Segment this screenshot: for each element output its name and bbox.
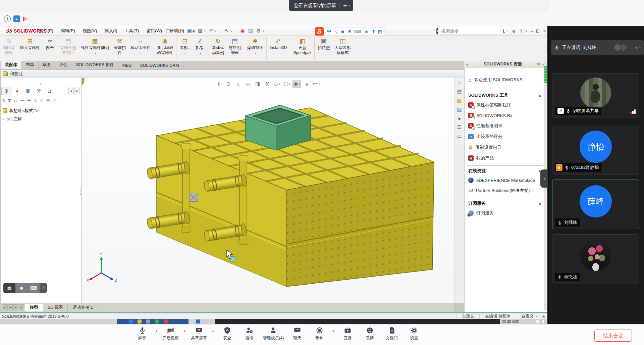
chat-button[interactable]: 聊天: [288, 325, 306, 341]
save-icon[interactable]: ▣: [186, 27, 193, 35]
show-hidden-components-button[interactable]: ◉ 显示隐藏 的零部件: [155, 36, 175, 61]
ime-emoji-icon[interactable]: ☻: [340, 29, 345, 34]
taskpane-home-icon[interactable]: ⌂: [458, 80, 461, 85]
select-icon[interactable]: ↖: [223, 27, 230, 35]
filter-icon[interactable]: ⊕: [1, 98, 5, 103]
reference-geometry-button[interactable]: ∠ 参考.. ▾: [193, 36, 208, 61]
participant-tile-liuxuefeng[interactable]: 薛峰 刘薛峰: [552, 180, 639, 229]
displaymanager-tab-icon[interactable]: ⊔: [44, 87, 54, 95]
solidworks-rx-link[interactable]: Sx SOLIDWORKS Rx: [467, 110, 543, 120]
emoji-button[interactable]: 表情: [361, 325, 379, 341]
open-doc-icon[interactable]: ▤: [175, 27, 182, 35]
file-explorer-icon[interactable]: ▧: [457, 97, 462, 103]
measure-icon[interactable]: ⚒: [263, 80, 271, 88]
rename-icon[interactable]: ▭: [20, 98, 24, 103]
caret-down-icon[interactable]: ▾: [183, 30, 184, 33]
ime-skin-icon[interactable]: T: [372, 29, 375, 34]
tab-assembly[interactable]: 装配体: [1, 61, 22, 69]
component-preview-button[interactable]: ▤ 零部件预 览窗口: [58, 36, 78, 61]
ime-toolbox-icon[interactable]: ⊞: [378, 29, 382, 34]
print-icon[interactable]: ▦: [197, 27, 204, 35]
assembly-features-button[interactable]: ⊡ 装配.. ▾: [177, 36, 193, 61]
prev-tab-icon[interactable]: ◂: [7, 304, 13, 310]
search-icon[interactable]: [503, 29, 504, 33]
documents-button[interactable]: 文档(1): [383, 325, 401, 341]
collapse-section-icon[interactable]: ∧: [538, 93, 541, 98]
pill-collapse-icon[interactable]: ‹: [40, 283, 47, 293]
participant-tile-screenshare[interactable]: ↗ lyf的屏幕共享: [552, 73, 639, 117]
taskpane-scroll-thumb[interactable]: [544, 66, 547, 83]
next-tab-icon[interactable]: ▸: [13, 304, 18, 310]
taskbar-red-app-icon[interactable]: [164, 319, 168, 324]
undo-icon[interactable]: ↶: [208, 27, 214, 35]
mate-button[interactable]: ∞ 配合: [42, 36, 58, 61]
view-orientation-icon[interactable]: ◇▾: [273, 80, 281, 88]
property-tab-builder-link[interactable]: S≡ 属性标签编制程序: [467, 100, 543, 110]
record-button[interactable]: 录制: [311, 325, 328, 341]
back-to-meeting-icon[interactable]: ↩: [636, 44, 641, 51]
view-selector-icon[interactable]: ∞: [244, 80, 252, 88]
end-meeting-button[interactable]: 结束会议: [594, 330, 632, 342]
take-snapshot-button[interactable]: ▣ 拍快照: [315, 36, 332, 61]
settings-button[interactable]: 设置: [406, 325, 423, 341]
dimxpert-tab-icon[interactable]: ⚒: [34, 87, 44, 95]
help-caret-icon[interactable]: ▾: [526, 30, 527, 33]
taskbar-folder-icon[interactable]: [138, 319, 142, 324]
status-custom[interactable]: 自定义 ▴: [516, 314, 542, 319]
my-products-link[interactable]: ☻ 我的产品: [467, 153, 543, 163]
keyboard-pill-icon[interactable]: ⌨: [28, 283, 40, 293]
exploded-view-button[interactable]: ✱ 爆炸视图 ▾: [245, 36, 266, 61]
taskbar-green-app-icon[interactable]: [155, 319, 159, 324]
menu-tools[interactable]: 工具(T): [125, 28, 139, 34]
expand-arrow-icon[interactable]: ▸: [3, 117, 5, 120]
rebuild-icon[interactable]: ◉: [239, 27, 246, 35]
design-library-icon[interactable]: ▤: [457, 88, 462, 94]
zoom-to-fit-icon[interactable]: ↧: [215, 80, 223, 88]
display-style-icon[interactable]: ◻▾: [283, 80, 291, 88]
add-window-icon[interactable]: +: [13, 15, 20, 22]
ime-account-icon[interactable]: ☻: [364, 29, 369, 34]
section-view-icon[interactable]: ◨: [254, 80, 262, 88]
help-icon[interactable]: ?: [520, 29, 523, 34]
manage-members-button[interactable]: 管理成员(4): [263, 325, 284, 341]
start-video-button[interactable]: 开启视频: [162, 325, 179, 341]
hide-show-items-icon[interactable]: ◉▾: [292, 80, 301, 88]
taskbar-blue-app-icon[interactable]: [196, 319, 200, 324]
menu-edit[interactable]: 编辑(E): [61, 28, 75, 34]
tray-icon[interactable]: [536, 320, 539, 323]
tray-icon[interactable]: [541, 320, 545, 323]
partner-solutions-link[interactable]: ⋈ Partner Solutions(解决方案): [467, 185, 543, 196]
security-button[interactable]: 安全: [219, 325, 236, 341]
sogou-logo-icon[interactable]: S: [315, 27, 324, 36]
ime-punctuation-icon[interactable]: ·,: [334, 29, 337, 34]
invite-button[interactable]: 邀请: [241, 325, 258, 341]
zoom-to-area-icon[interactable]: ⊙: [224, 80, 232, 88]
flyout-icon[interactable]: ⊞: [8, 98, 12, 103]
caret-down-icon[interactable]: ▾: [231, 30, 232, 33]
welcome-link[interactable]: ⌂ 欢迎使用 SOLIDWORKS: [467, 75, 543, 85]
sw-restore-icon[interactable]: [536, 29, 539, 34]
marketplace-link[interactable]: 3DEXPERIENCE Marketplace: [467, 175, 543, 185]
compare-score-link[interactable]: ≈ 比较我的评分: [467, 131, 543, 142]
emoji-pill-icon[interactable]: ☻: [15, 283, 28, 293]
panel-handle[interactable]: [40, 83, 42, 85]
share-screen-button[interactable]: 共享屏幕: [190, 325, 208, 341]
collapse-panel-icon[interactable]: «: [466, 62, 469, 67]
move-component-button[interactable]: ↔ 移动零部件 ▾: [128, 36, 153, 61]
tab-mbd[interactable]: MBD: [118, 62, 136, 69]
sidebar-expand-arrow[interactable]: ›: [540, 169, 548, 188]
caret-down-icon[interactable]: ▾: [215, 30, 216, 33]
update-speedpak-button[interactable]: ◧ 更新 Speedpak: [291, 36, 314, 61]
taskbar-phone-icon[interactable]: [146, 319, 150, 324]
sw-minimize-icon[interactable]: –: [531, 29, 533, 34]
tab-addins[interactable]: SOLIDWORKS 插件: [72, 61, 118, 69]
caret-down-icon[interactable]: ▾: [172, 30, 173, 33]
participant-tile-xufeiyang[interactable]: 徐飞扬: [552, 234, 639, 284]
ime-mic-icon[interactable]: [348, 30, 351, 34]
performance-benchmark-link[interactable]: S▸ 性能基准测试: [467, 120, 543, 131]
forum-icon[interactable]: ▭: [457, 133, 462, 139]
edit-appearance-icon[interactable]: ◕: [303, 80, 311, 88]
tab-3dviews[interactable]: 3D 视图: [43, 304, 68, 311]
caret-down-icon[interactable]: ▾: [263, 30, 264, 33]
caret-down-icon[interactable]: ▾: [194, 30, 195, 33]
